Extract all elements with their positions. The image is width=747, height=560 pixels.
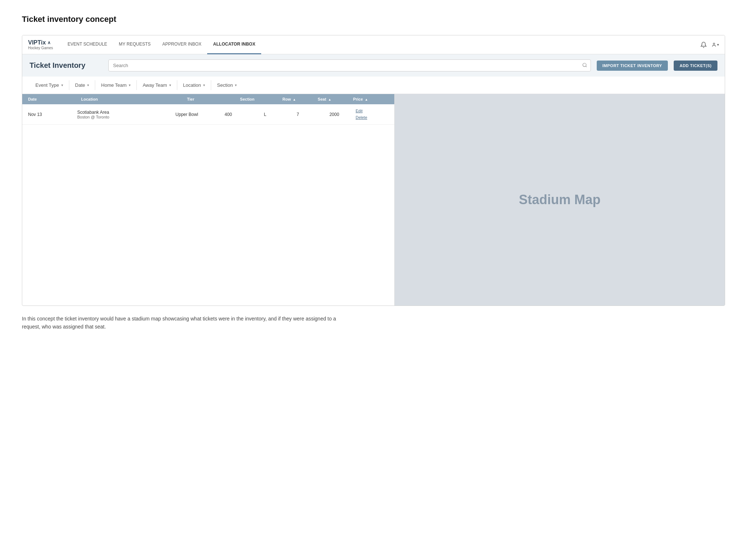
cell-date: Nov 13 — [28, 112, 77, 117]
chevron-down-icon: ▾ — [87, 83, 89, 87]
location-main: Scotiabank Area — [77, 110, 175, 115]
nav-logo-title[interactable]: VIPTix ∧ — [28, 39, 53, 46]
search-container — [108, 59, 591, 71]
main-content: Date Location Tier Section Row ▲ Seat ▲ — [22, 94, 725, 306]
sort-arrow-price: ▲ — [365, 98, 368, 101]
cell-seat: 7 — [297, 112, 329, 117]
nav-event-schedule[interactable]: EVENT SCHEDULE — [62, 35, 113, 54]
chevron-down-icon: ▾ — [235, 83, 237, 87]
inventory-title: Ticket Inventory — [30, 61, 102, 70]
cell-actions: Edit Delete — [356, 108, 388, 121]
filter-event-type[interactable]: Event Type ▾ — [30, 80, 69, 90]
notification-icon[interactable] — [700, 41, 707, 48]
filter-away-team[interactable]: Away Team ▾ — [137, 80, 177, 90]
nav-logo-subtitle: Hockey Games — [28, 46, 53, 50]
nav-right: ▾ — [700, 41, 719, 48]
cell-tier: Upper Bowl — [175, 112, 225, 117]
location-sub: Boston @ Toronto — [77, 115, 175, 119]
col-header-location: Location — [81, 97, 187, 101]
filter-home-team[interactable]: Home Team ▾ — [95, 80, 137, 90]
col-header-date: Date — [28, 97, 81, 101]
stadium-map-panel: Stadium Map — [395, 94, 725, 306]
col-header-tier: Tier — [187, 97, 240, 101]
search-icon — [582, 62, 587, 69]
filter-section[interactable]: Section ▾ — [211, 80, 243, 90]
filter-date[interactable]: Date ▾ — [69, 80, 95, 90]
nav-bar: VIPTix ∧ Hockey Games EVENT SCHEDULE MY … — [22, 35, 725, 54]
nav-my-requests[interactable]: MY REQUESTS — [113, 35, 156, 54]
nav-allocator-inbox[interactable]: ALLOCATOR INBOX — [207, 35, 261, 54]
left-panel: Date Location Tier Section Row ▲ Seat ▲ — [22, 94, 395, 306]
svg-point-0 — [713, 43, 715, 44]
table-body: Nov 13 Scotiabank Area Boston @ Toronto … — [22, 104, 394, 125]
inventory-header: Ticket Inventory IMPORT TICKET INVENTORY… — [22, 54, 725, 77]
svg-point-1 — [582, 63, 586, 66]
filter-bar: Event Type ▾ Date ▾ Home Team ▾ Away Tea… — [22, 77, 725, 94]
nav-logo: VIPTix ∧ Hockey Games — [28, 39, 53, 50]
app-frame: VIPTix ∧ Hockey Games EVENT SCHEDULE MY … — [22, 35, 725, 306]
chevron-down-icon: ▾ — [169, 83, 171, 87]
cell-row: L — [264, 112, 297, 117]
col-header-price[interactable]: Price ▲ — [353, 97, 388, 101]
chevron-down-icon: ▾ — [203, 83, 205, 87]
cell-section: 400 — [225, 112, 264, 117]
nav-links: EVENT SCHEDULE MY REQUESTS APPROVER INBO… — [62, 35, 700, 54]
logo-caret: ∧ — [47, 40, 51, 45]
search-input[interactable] — [108, 59, 591, 71]
add-tickets-button[interactable]: ADD TICKET(S) — [674, 61, 717, 71]
table-row: Nov 13 Scotiabank Area Boston @ Toronto … — [22, 104, 394, 125]
delete-link[interactable]: Delete — [356, 114, 388, 121]
import-ticket-inventory-button[interactable]: IMPORT TICKET INVENTORY — [597, 61, 668, 71]
user-icon[interactable]: ▾ — [712, 41, 719, 48]
sort-arrow-row: ▲ — [293, 98, 296, 101]
stadium-map-label: Stadium Map — [519, 192, 600, 207]
chevron-down-icon: ▾ — [61, 83, 63, 87]
table-header: Date Location Tier Section Row ▲ Seat ▲ — [22, 94, 394, 104]
filter-location[interactable]: Location ▾ — [177, 80, 211, 90]
sort-arrow-seat: ▲ — [328, 98, 331, 101]
page-title: Ticket inventory concept — [22, 15, 725, 24]
edit-link[interactable]: Edit — [356, 108, 388, 114]
nav-approver-inbox[interactable]: APPROVER INBOX — [156, 35, 207, 54]
col-header-section: Section — [240, 97, 282, 101]
chevron-down-icon: ▾ — [129, 83, 131, 87]
page-description: In this concept the ticket inventory wou… — [22, 315, 350, 331]
logo-text: VIPTix — [28, 39, 46, 46]
col-header-row[interactable]: Row ▲ — [282, 97, 318, 101]
col-header-seat[interactable]: Seat ▲ — [318, 97, 353, 101]
cell-price: 2000 — [329, 112, 356, 117]
cell-location: Scotiabank Area Boston @ Toronto — [77, 110, 175, 119]
